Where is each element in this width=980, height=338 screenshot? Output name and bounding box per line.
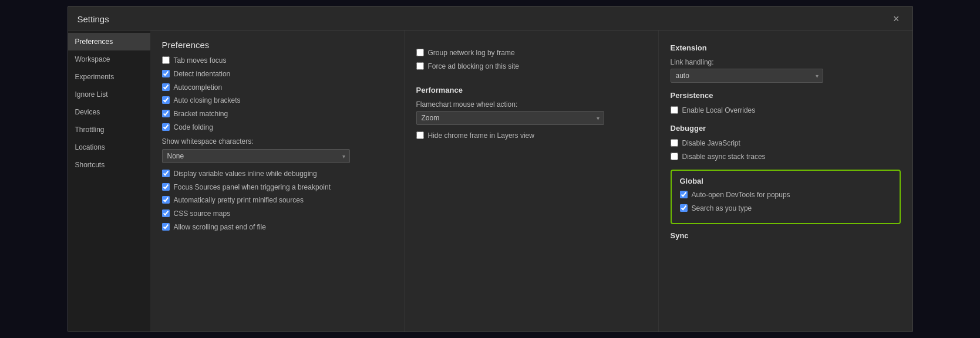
- autocompletion-label: Autocompletion: [174, 83, 223, 93]
- detect-indentation-label: Detect indentation: [174, 69, 231, 79]
- bracket-matching-label: Bracket matching: [174, 109, 228, 119]
- code-folding-checkbox[interactable]: [162, 123, 170, 131]
- modal-overlay: Settings × Preferences Workspace Experim…: [0, 0, 980, 338]
- preferences-content: Preferences Tab moves focus Detect inden…: [150, 31, 912, 332]
- preferences-heading: Preferences: [162, 40, 210, 50]
- auto-open-devtools-checkbox[interactable]: [680, 191, 688, 198]
- sync-title: Sync: [671, 231, 901, 240]
- detect-indentation-row: Detect indentation: [162, 69, 392, 79]
- flamechart-label: Flamechart mouse wheel action:: [416, 100, 646, 109]
- sidebar-item-preferences[interactable]: Preferences: [68, 33, 150, 50]
- group-network-label: Group network log by frame: [428, 48, 515, 58]
- hide-chrome-frame-row: Hide chrome frame in Layers view: [416, 131, 646, 141]
- pref-col-3: Extension Link handling: auto Open in ne…: [659, 31, 912, 332]
- whitespace-select-wrap: None All Trailing ▾: [162, 149, 350, 163]
- global-section: Global Auto-open DevTools for popups Sea…: [671, 170, 901, 224]
- pref-col-1: Preferences Tab moves focus Detect inden…: [150, 31, 405, 332]
- disable-async-checkbox[interactable]: [671, 153, 678, 160]
- css-source-maps-label: CSS source maps: [174, 209, 231, 219]
- group-network-checkbox[interactable]: [416, 49, 424, 56]
- extension-section: Extension Link handling: auto Open in ne…: [671, 43, 901, 83]
- display-variable-checkbox[interactable]: [162, 170, 170, 177]
- modal-body: Preferences Workspace Experiments Ignore…: [68, 31, 912, 332]
- sidebar-item-workspace[interactable]: Workspace: [68, 50, 150, 68]
- link-handling-select[interactable]: auto Open in new tab Open in new window: [671, 69, 823, 83]
- sidebar-item-devices[interactable]: Devices: [68, 103, 150, 121]
- flamechart-select-wrap: Zoom Scroll ▾: [416, 111, 604, 125]
- tab-moves-focus-row: Tab moves focus: [162, 56, 392, 66]
- auto-closing-brackets-checkbox[interactable]: [162, 96, 170, 104]
- auto-closing-brackets-row: Auto closing brackets: [162, 96, 392, 106]
- allow-scrolling-label: Allow scrolling past end of file: [174, 222, 266, 232]
- enable-local-overrides-checkbox[interactable]: [671, 106, 678, 114]
- whitespace-select[interactable]: None All Trailing: [162, 149, 350, 163]
- extension-title: Extension: [671, 43, 901, 52]
- force-ad-blocking-checkbox[interactable]: [416, 62, 424, 70]
- allow-scrolling-checkbox[interactable]: [162, 223, 170, 231]
- tab-moves-focus-label: Tab moves focus: [174, 56, 227, 66]
- autocompletion-checkbox[interactable]: [162, 83, 170, 91]
- debugger-section: Debugger Disable JavaScript Disable asyn…: [671, 124, 901, 162]
- disable-async-row: Disable async stack traces: [671, 152, 901, 162]
- focus-sources-row: Focus Sources panel when triggering a br…: [162, 182, 392, 192]
- pretty-print-label: Automatically pretty print minified sour…: [174, 195, 304, 205]
- persistence-title: Persistence: [671, 91, 901, 100]
- pretty-print-row: Automatically pretty print minified sour…: [162, 195, 392, 205]
- sidebar: Preferences Workspace Experiments Ignore…: [68, 31, 150, 332]
- allow-scrolling-row: Allow scrolling past end of file: [162, 222, 392, 232]
- search-as-you-type-checkbox[interactable]: [680, 204, 688, 212]
- autocompletion-row: Autocompletion: [162, 83, 392, 93]
- auto-open-devtools-label: Auto-open DevTools for popups: [692, 190, 790, 200]
- sidebar-item-locations[interactable]: Locations: [68, 138, 150, 156]
- bracket-matching-row: Bracket matching: [162, 109, 392, 119]
- enable-local-overrides-row: Enable Local Overrides: [671, 106, 901, 116]
- performance-title: Performance: [416, 86, 646, 94]
- hide-chrome-frame-checkbox[interactable]: [416, 131, 424, 139]
- close-button[interactable]: ×: [890, 12, 903, 25]
- modal-title: Settings: [78, 14, 109, 24]
- sidebar-item-ignore-list[interactable]: Ignore List: [68, 86, 150, 103]
- whitespace-label: Show whitespace characters:: [162, 137, 392, 146]
- bracket-matching-checkbox[interactable]: [162, 110, 170, 117]
- disable-javascript-row: Disable JavaScript: [671, 138, 901, 148]
- persistence-section: Persistence Enable Local Overrides: [671, 91, 901, 116]
- search-as-you-type-label: Search as you type: [692, 204, 752, 214]
- focus-sources-checkbox[interactable]: [162, 183, 170, 191]
- display-variable-label: Display variable values inline while deb…: [174, 169, 317, 179]
- tab-moves-focus-checkbox[interactable]: [162, 56, 170, 64]
- link-handling-label: Link handling:: [671, 58, 901, 66]
- enable-local-overrides-label: Enable Local Overrides: [682, 106, 756, 116]
- code-folding-row: Code folding: [162, 123, 392, 133]
- sidebar-item-shortcuts[interactable]: Shortcuts: [68, 156, 150, 174]
- display-variable-row: Display variable values inline while deb…: [162, 169, 392, 179]
- flamechart-select[interactable]: Zoom Scroll: [416, 111, 604, 125]
- disable-javascript-checkbox[interactable]: [671, 139, 678, 147]
- force-ad-blocking-label: Force ad blocking on this site: [428, 62, 519, 72]
- auto-closing-brackets-label: Auto closing brackets: [174, 96, 241, 106]
- pref-col-2: Group network log by frame Force ad bloc…: [405, 31, 659, 332]
- css-source-maps-row: CSS source maps: [162, 209, 392, 219]
- sidebar-item-experiments[interactable]: Experiments: [68, 68, 150, 86]
- detect-indentation-checkbox[interactable]: [162, 70, 170, 77]
- link-handling-select-wrap: auto Open in new tab Open in new window …: [671, 69, 823, 83]
- css-source-maps-checkbox[interactable]: [162, 209, 170, 217]
- settings-modal: Settings × Preferences Workspace Experim…: [68, 6, 913, 332]
- focus-sources-label: Focus Sources panel when triggering a br…: [174, 182, 331, 192]
- global-title: Global: [680, 177, 891, 185]
- auto-open-devtools-row: Auto-open DevTools for popups: [680, 190, 891, 200]
- code-folding-label: Code folding: [174, 123, 213, 133]
- pretty-print-checkbox[interactable]: [162, 196, 170, 204]
- disable-javascript-label: Disable JavaScript: [682, 138, 740, 148]
- sidebar-item-throttling[interactable]: Throttling: [68, 121, 150, 138]
- search-as-you-type-row: Search as you type: [680, 204, 891, 214]
- group-network-row: Group network log by frame: [416, 48, 646, 58]
- debugger-title: Debugger: [671, 124, 901, 133]
- modal-header: Settings ×: [68, 6, 912, 31]
- force-ad-blocking-row: Force ad blocking on this site: [416, 62, 646, 72]
- hide-chrome-frame-label: Hide chrome frame in Layers view: [428, 131, 534, 141]
- disable-async-label: Disable async stack traces: [682, 152, 766, 162]
